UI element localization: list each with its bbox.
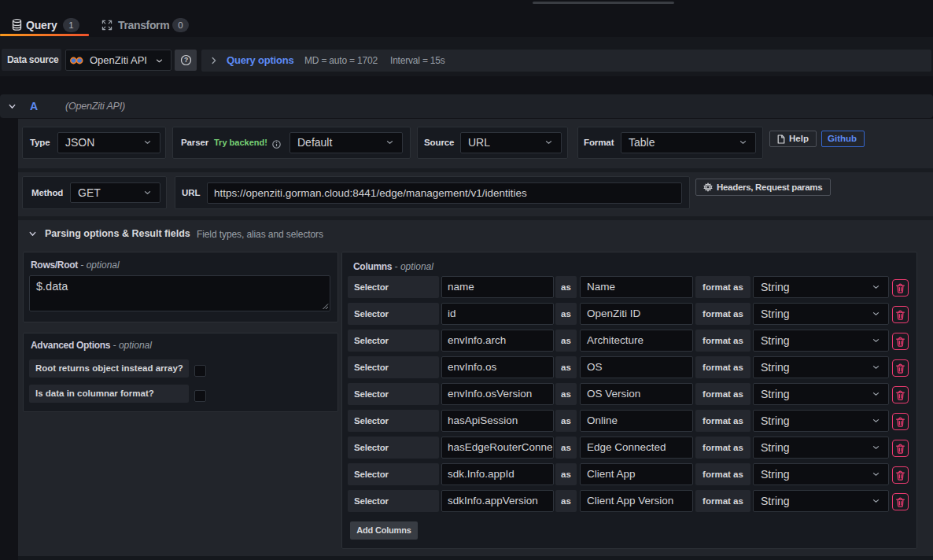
svg-text:?: ? [184, 56, 188, 64]
